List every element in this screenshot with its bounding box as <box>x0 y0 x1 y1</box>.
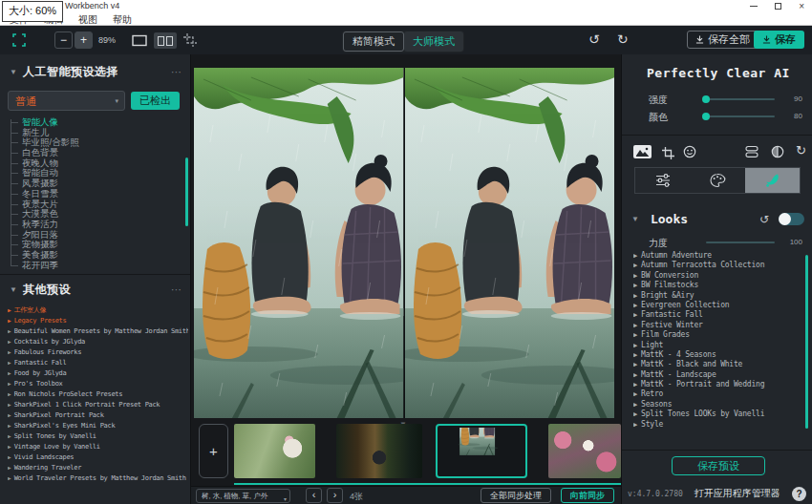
window-title: Workbench v4 <box>65 1 119 10</box>
collapse-caret-icon[interactable]: ▼ <box>631 215 639 223</box>
other-preset-item[interactable]: World Traveler Presets by Matthew Jordan… <box>8 472 188 483</box>
ai-preset-item[interactable]: 冬日雪景 <box>8 189 184 200</box>
looks-item[interactable]: BW Conversion <box>633 271 801 281</box>
preset-category-dropdown[interactable]: 普通 ▾ <box>8 91 125 111</box>
slider-knob[interactable] <box>702 95 710 103</box>
divider <box>0 274 190 275</box>
thumbnail-4[interactable] <box>548 424 621 478</box>
save-preset-button[interactable]: 保存预设 <box>672 456 765 475</box>
looks-item[interactable]: Style <box>633 420 801 430</box>
left-scrollbar[interactable] <box>185 158 188 226</box>
thumbnail-1[interactable] <box>234 424 315 478</box>
add-image-button[interactable]: + <box>199 424 228 478</box>
panel-menu-icon[interactable]: ⋯ <box>171 66 182 78</box>
looks-item[interactable]: Bright &Airy <box>633 291 801 301</box>
sync-all-button[interactable]: 全部同步处理 <box>481 488 551 503</box>
looks-item[interactable]: Retro <box>633 389 801 399</box>
looks-item[interactable]: Autumn Adventure <box>633 251 801 261</box>
tab-color-palette[interactable] <box>690 168 744 193</box>
looks-item[interactable]: Light <box>633 341 801 350</box>
other-preset-item[interactable]: 工作室人像 <box>8 304 188 315</box>
looks-item[interactable]: MattK - Portrait and Wedding <box>633 380 801 389</box>
split-compare-icon[interactable] <box>744 145 759 162</box>
simple-mode-button[interactable]: 精简模式 <box>343 32 404 52</box>
minimize-button[interactable] <box>750 6 758 7</box>
other-preset-item[interactable]: Split Tones by Vanelli <box>8 430 188 441</box>
other-preset-item[interactable]: Vintage Love by Vanelli <box>8 441 188 452</box>
looks-item[interactable]: MattK - Landscape <box>633 370 801 380</box>
face-icon[interactable] <box>683 145 696 162</box>
checked-out-button[interactable]: 已检出 <box>131 92 180 110</box>
rotate-icon[interactable]: ↻ <box>796 143 806 158</box>
other-preset-item[interactable]: Beautiful Women Presets by Matthew Jorda… <box>8 326 188 336</box>
collapse-caret-icon[interactable]: ▼ <box>10 68 17 76</box>
looks-item[interactable]: Film Grades <box>633 330 801 340</box>
close-button[interactable]: × <box>799 3 804 10</box>
divider <box>622 450 812 451</box>
looks-item[interactable]: Split Tones LOOKs by Vanelli <box>633 410 801 419</box>
save-button[interactable]: 保存 <box>754 31 804 49</box>
looks-item[interactable]: MattK - Black and White <box>633 360 801 369</box>
looks-item[interactable]: Festive Winter <box>633 321 801 330</box>
zoom-out-button[interactable]: − <box>54 32 73 49</box>
collapse-caret-icon[interactable]: ▼ <box>10 285 17 294</box>
menu-item[interactable]: 帮助 <box>105 12 139 25</box>
other-preset-item[interactable]: SharkPixel 1 Click Portrait Preset Pack <box>8 399 188 410</box>
panel-menu-icon[interactable]: ⋯ <box>171 284 182 296</box>
reset-looks-icon[interactable]: ↺ <box>759 213 769 226</box>
ai-preset-item[interactable]: 花开四季 <box>8 261 184 271</box>
other-preset-item[interactable]: Vivid Landscapes <box>8 452 188 462</box>
fit-screen-icon[interactable] <box>12 33 26 51</box>
help-icon[interactable]: ? <box>792 487 806 501</box>
zoom-in-button[interactable]: + <box>75 32 93 49</box>
crop-view-icon[interactable] <box>183 33 198 51</box>
looks-scrollbar[interactable] <box>805 255 808 429</box>
tab-looks-brush[interactable] <box>745 168 800 193</box>
image-histogram-icon[interactable] <box>633 145 652 163</box>
master-mode-button[interactable]: 大师模式 <box>404 32 463 52</box>
open-app-manager-link[interactable]: 打开应用程序管理器 <box>694 487 780 500</box>
thumbnail-2[interactable] <box>336 424 422 478</box>
looks-item[interactable]: MattK - 4 Seasons <box>633 350 801 360</box>
looks-item[interactable]: Fantastic Fall <box>633 310 801 320</box>
other-preset-item[interactable]: Legacy Presets <box>8 315 188 326</box>
other-preset-item[interactable]: Pro's Toolbox <box>8 378 188 388</box>
other-preset-item[interactable]: SharkPixel Portrait Pack <box>8 410 188 420</box>
looks-item[interactable]: Seasons <box>633 400 801 410</box>
download-icon <box>762 35 771 44</box>
ai-preset-item[interactable]: 秋季活力 <box>8 220 184 230</box>
prev-image-button[interactable]: ‹ <box>306 488 322 503</box>
looks-item[interactable]: Autumn Terracotta Collection <box>633 261 801 270</box>
other-preset-item[interactable]: SharkPixel's Eyes Mini Pack <box>8 420 188 430</box>
save-all-button[interactable]: 保存全部 <box>687 31 759 49</box>
other-preset-item[interactable]: Food by JGlyda <box>8 368 188 378</box>
sync-forward-button[interactable]: 向前同步 <box>561 488 614 503</box>
looks-item[interactable]: Evergreen Collection <box>633 301 801 310</box>
other-preset-item[interactable]: Fabulous Fireworks <box>8 346 188 357</box>
single-view-icon[interactable] <box>132 33 147 51</box>
maximize-button[interactable] <box>775 3 781 10</box>
filmstrip-scrollbar[interactable] <box>234 483 621 485</box>
split-view-icon[interactable] <box>154 32 177 49</box>
other-preset-item[interactable]: Cocktails by JGlyda <box>8 336 188 346</box>
other-preset-item[interactable]: Ron Nichols ProSelect Presets <box>8 388 188 399</box>
redo-icon[interactable]: ↻ <box>617 32 629 47</box>
photo-preview-split[interactable] <box>194 68 614 418</box>
looks-item[interactable]: BW Filmstocks <box>633 281 801 290</box>
thumbnail-3-selected[interactable] <box>436 424 527 478</box>
other-preset-item[interactable]: Wandering Traveler <box>8 462 188 472</box>
other-preset-item[interactable]: Fantastic Fall <box>8 357 188 368</box>
before-after-icon[interactable] <box>771 145 784 162</box>
strength-slider[interactable] <box>706 98 775 100</box>
slider-knob[interactable] <box>702 113 710 120</box>
next-image-button[interactable]: › <box>327 488 343 503</box>
menu-item[interactable]: 视图 <box>71 12 105 25</box>
color-slider[interactable] <box>706 116 775 117</box>
undo-icon[interactable]: ↺ <box>588 32 600 47</box>
looks-toggle[interactable] <box>779 213 804 225</box>
tags-dropdown[interactable]: 树, 水, 植物, 草, 户外 ▾ <box>196 489 290 503</box>
menu-bar: 文件编辑视图帮助 <box>0 12 812 26</box>
looks-strength-slider[interactable] <box>706 242 775 243</box>
tab-adjustments[interactable] <box>635 168 690 193</box>
crop-icon[interactable] <box>662 146 674 163</box>
